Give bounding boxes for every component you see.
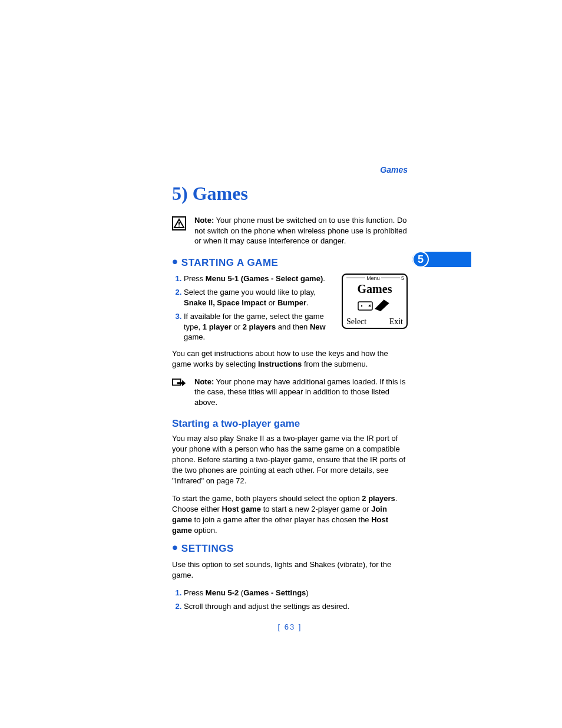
phone-softkey-left: Select <box>346 317 366 327</box>
subsection-two-player: Starting a two-player game <box>172 418 408 430</box>
note-body: Your phone must be switched on to use th… <box>194 216 407 245</box>
starting-game-steps: Press Menu 5-1 (Games - Select game). Se… <box>172 274 335 342</box>
phone-menu-index: 5 <box>401 275 404 281</box>
games-icon <box>357 297 392 312</box>
two-player-p2: To start the game, both players should s… <box>172 493 408 536</box>
page-number: [ 63 ] <box>172 622 408 631</box>
settings-steps: Press Menu 5-2 (Games - Settings) Scroll… <box>172 588 408 612</box>
note-text: Note: Your phone must be switched on to … <box>194 215 408 246</box>
section-heading-settings: • SETTINGS <box>172 543 408 555</box>
settings-description: Use this option to set sounds, lights an… <box>172 559 408 581</box>
step-1: Press Menu 5-1 (Games - Select game). <box>184 274 335 284</box>
svg-point-4 <box>361 305 362 306</box>
warning-icon <box>172 216 186 230</box>
page-content: Games 5) Games Note: Your phone must be … <box>172 165 408 631</box>
running-header: Games <box>172 165 408 174</box>
chapter-title: 5) Games <box>172 183 408 205</box>
section-title: STARTING A GAME <box>181 257 279 269</box>
chapter-number-badge: 5 <box>412 251 429 268</box>
phone-screen-illustration: Menu 5 Games Select Exit <box>342 274 408 329</box>
settings-step-2: Scroll through and adjust the settings a… <box>184 601 408 612</box>
svg-point-2 <box>178 225 180 226</box>
two-player-p1: You may also play Snake II as a two-play… <box>172 433 408 486</box>
note-text: Note: Your phone may have additional gam… <box>194 377 408 408</box>
note-label: Note: <box>194 377 214 386</box>
note-label: Note: <box>194 216 214 225</box>
step-3: If available for the game, select the ga… <box>184 311 335 342</box>
note-arrow-icon <box>172 378 186 388</box>
phone-screen-title: Games <box>345 283 404 295</box>
step-2: Select the game you would like to play, … <box>184 287 335 308</box>
settings-step-1: Press Menu 5-2 (Games - Settings) <box>184 588 408 598</box>
section-title: SETTINGS <box>181 543 234 555</box>
note-additional-games: Note: Your phone may have additional gam… <box>172 377 408 408</box>
bullet-icon: • <box>172 542 178 554</box>
bullet-icon: • <box>172 256 178 268</box>
note-warning: Note: Your phone must be switched on to … <box>172 215 408 246</box>
note-body: Your phone may have additional games loa… <box>194 377 405 407</box>
phone-softkey-right: Exit <box>389 317 403 327</box>
section-heading-starting: • STARTING A GAME <box>172 257 408 269</box>
chapter-tab-marker: 5 <box>412 252 471 267</box>
instructions-paragraph: You can get instructions about how to us… <box>172 348 408 370</box>
phone-menu-label: Menu <box>366 275 380 281</box>
